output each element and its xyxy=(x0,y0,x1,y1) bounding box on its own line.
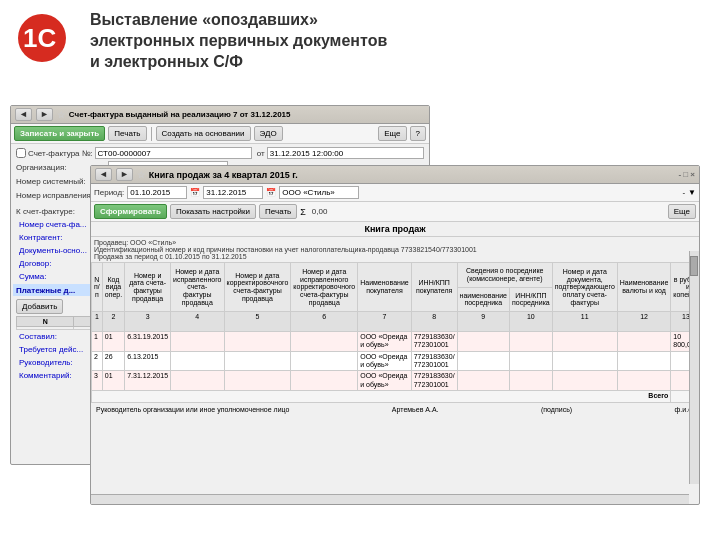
row1-int-inn xyxy=(509,331,552,351)
row2-buyer: ООО «Ореида и обувь» xyxy=(358,351,412,371)
nav-back-btn[interactable]: ◄ xyxy=(15,108,32,121)
row1-currency xyxy=(617,331,671,351)
period-to-icon[interactable]: 📅 xyxy=(266,188,276,197)
period-from-input[interactable] xyxy=(127,186,187,199)
row2-inn: 7729183630/ 772301001 xyxy=(411,351,457,371)
page-title: Выставление «опоздавших» электронных пер… xyxy=(90,10,705,72)
row3-code: 01 xyxy=(102,371,124,391)
close-area: - □ × xyxy=(678,170,695,179)
period-to-input[interactable] xyxy=(203,186,263,199)
row1-invoice: 6.31.19.2015 xyxy=(125,331,171,351)
row2-num: 2 xyxy=(92,351,103,371)
add-button[interactable]: Добавить xyxy=(16,299,63,314)
col-num-7: 7 xyxy=(358,312,412,332)
sales-table-container[interactable]: N п/п Код вида опер. Номер и дата счета-… xyxy=(91,262,699,505)
date-input[interactable] xyxy=(267,147,424,159)
table-body: 1 01 6.31.19.2015 ООО «Ореида и обувь» 7… xyxy=(92,331,700,402)
row2-int-inn xyxy=(509,351,552,371)
row1-correction xyxy=(171,331,224,351)
th-adj: Номер и дата корректировочного счета-фак… xyxy=(224,263,291,312)
row1-buyer: ООО «Ореида и обувь» xyxy=(358,331,412,351)
row3-payment xyxy=(552,371,617,391)
th-payment: Номер и дата документа, подтверждающего … xyxy=(552,263,617,312)
table-heading: Книга продаж xyxy=(91,222,699,237)
th-int-name: наименование посредника xyxy=(457,287,509,312)
col-num-8: 8 xyxy=(411,312,457,332)
sales-star-icon[interactable]: ☆ xyxy=(137,170,145,180)
star-icon[interactable]: ☆ xyxy=(57,110,65,120)
col-num-3: 3 xyxy=(125,312,171,332)
table-row[interactable]: 1 01 6.31.19.2015 ООО «Ореида и обувь» 7… xyxy=(92,331,700,351)
main-window-titlebar: ◄ ► ☆ Счет-фактура выданный на реализаци… xyxy=(11,106,429,124)
edo-button[interactable]: ЭДО xyxy=(254,126,283,141)
col-num-2: 2 xyxy=(102,312,124,332)
row2-adj-corr xyxy=(291,351,358,371)
sales-nav-forward[interactable]: ► xyxy=(116,168,133,181)
date-from-label: от xyxy=(257,149,265,158)
col-num-9: 9 xyxy=(457,312,509,332)
col-num-10: 10 xyxy=(509,312,552,332)
row3-correction xyxy=(171,371,224,391)
sum-display: 0,00 xyxy=(312,207,328,216)
horizontal-scrollbar[interactable] xyxy=(91,494,689,504)
row1-adj xyxy=(224,331,291,351)
th-code: Код вида опер. xyxy=(102,263,124,312)
signature-label: Руководитель организации или иное уполно… xyxy=(96,406,289,413)
org-filter-input[interactable] xyxy=(279,186,359,199)
th-currency: Наименование валюты и код xyxy=(617,263,671,312)
help-button[interactable]: ? xyxy=(410,126,426,141)
period-label: Период: xyxy=(94,188,124,197)
col-num-6: 6 xyxy=(291,312,358,332)
row3-num: 3 xyxy=(92,371,103,391)
toolbar-sep1 xyxy=(151,127,152,141)
seller-name: Продавец: ООО «Стиль» xyxy=(94,239,176,246)
invoice-checkbox[interactable] xyxy=(16,148,26,158)
print-button[interactable]: Печать xyxy=(108,126,146,141)
row3-int-inn xyxy=(509,371,552,391)
action-toolbar: Сформировать Показать настройки Печать Σ… xyxy=(91,202,699,222)
period-display-text: Продажа за период с 01.10.2015 по 31.12.… xyxy=(94,253,247,260)
total-label: Всего xyxy=(92,391,671,402)
signature-role: (подпись) xyxy=(541,406,572,413)
row1-num: 1 xyxy=(92,331,103,351)
table-row[interactable]: 3 01 7.31.12.2015 ООО «Ореида и обувь» 7… xyxy=(92,371,700,391)
col-num-4: 4 xyxy=(171,312,224,332)
arrow-btn[interactable]: ▼ xyxy=(688,188,696,197)
scrollbar-thumb-v[interactable] xyxy=(690,256,698,276)
main-toolbar: Записать и закрыть Печать Создать на осн… xyxy=(11,124,429,144)
row1-code: 01 xyxy=(102,331,124,351)
create-basis-button[interactable]: Создать на основании xyxy=(156,126,251,141)
row1-inn: 7729183630/ 772301001 xyxy=(411,331,457,351)
invoice-num-input[interactable] xyxy=(95,147,252,159)
vertical-scrollbar[interactable] xyxy=(689,251,699,484)
nav-forward-btn[interactable]: ► xyxy=(36,108,53,121)
row1-payment xyxy=(552,331,617,351)
period-from-icon[interactable]: 📅 xyxy=(190,188,200,197)
sales-print-button[interactable]: Печать xyxy=(259,204,297,219)
period-toolbar: Период: 📅 📅 - ▼ xyxy=(91,184,699,202)
table-title-text: Книга продаж xyxy=(364,224,425,234)
table-row[interactable]: 2 26 6.13.2015 ООО «Ореида и обувь» 7729… xyxy=(92,351,700,371)
sales-more-button[interactable]: Еще xyxy=(668,204,696,219)
row2-correction xyxy=(171,351,224,371)
th-adj-corr: Номер и дата исправленного корректировоч… xyxy=(291,263,358,312)
header: 1С Выставление «опоздавших» электронных … xyxy=(0,0,720,77)
th-invoice: Номер и дата счета-фактуры продавца xyxy=(125,263,171,312)
settings-button[interactable]: Показать настройки xyxy=(170,204,256,219)
signature-name: Артемьев А.А. xyxy=(392,406,439,413)
form-button[interactable]: Сформировать xyxy=(94,204,167,219)
logo-svg: 1С xyxy=(15,13,70,63)
invoice-label: Счет-фактура №: xyxy=(28,149,93,158)
more-button[interactable]: Еще xyxy=(378,126,406,141)
signature-area: Руководитель организации или иное уполно… xyxy=(91,403,699,416)
row2-adj xyxy=(224,351,291,371)
row2-currency xyxy=(617,351,671,371)
sales-nav-back[interactable]: ◄ xyxy=(95,168,112,181)
dash-btn[interactable]: - xyxy=(682,188,685,197)
row3-adj xyxy=(224,371,291,391)
sales-book-window: ◄ ► ☆ Книга продаж за 4 квартал 2015 г. … xyxy=(90,165,700,505)
col-num-5: 5 xyxy=(224,312,291,332)
save-close-button[interactable]: Записать и закрыть xyxy=(14,126,105,141)
th-intermediary: Сведения о посреднике (комиссионере, аге… xyxy=(457,263,552,288)
invoice-checkbox-row: Счет-фактура №: от xyxy=(13,146,427,160)
